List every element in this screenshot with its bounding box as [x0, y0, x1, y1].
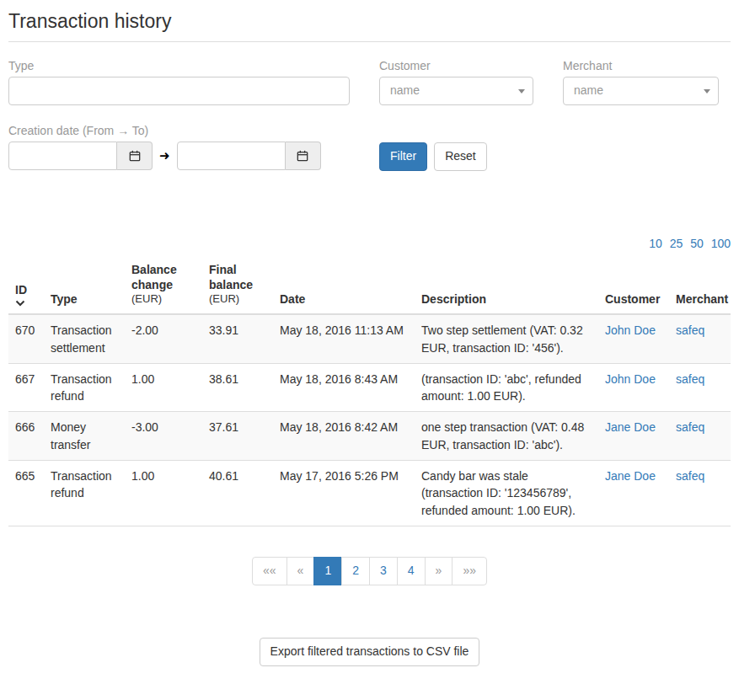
pagination-page-2[interactable]: 2 [342, 557, 370, 585]
cell-customer: Jane Doe [598, 412, 669, 461]
cell-id: 667 [8, 363, 44, 412]
pagination-page-3-link[interactable]: 3 [369, 557, 398, 585]
cell-date: May 18, 2016 8:42 AM [273, 412, 415, 461]
cell-customer: Jane Doe [598, 461, 669, 526]
date-to-group [177, 142, 321, 170]
cell-customer: John Doe [598, 363, 669, 412]
pagination-last-link[interactable]: »» [452, 557, 487, 585]
pagination-page-1[interactable]: 1 [314, 557, 342, 585]
pagination-last[interactable]: »» [453, 557, 487, 585]
column-header-merchant: Merchant [669, 255, 731, 314]
sort-desc-icon [15, 300, 25, 307]
customer-select[interactable]: name [379, 77, 533, 105]
page-size-option-100[interactable]: 100 [711, 237, 731, 250]
cell-type: Transaction settlement [44, 314, 125, 363]
pagination-page-4-link[interactable]: 4 [397, 557, 426, 585]
pagination-prev-link[interactable]: « [286, 557, 315, 585]
customer-filter-group: Customer name [379, 59, 533, 105]
column-label-balance-change: Balance change [131, 262, 195, 292]
cell-description: Two step settlement (VAT: 0.32 EUR, tran… [415, 314, 598, 363]
column-header-final-balance: Final balance (EUR) [202, 255, 273, 314]
page-size-option-25[interactable]: 25 [670, 237, 683, 250]
cell-balance-change: -3.00 [125, 412, 202, 461]
cell-final-balance: 38.61 [202, 363, 273, 412]
date-from-group [8, 142, 153, 170]
pagination-page-4[interactable]: 4 [398, 557, 426, 585]
cell-type: Money transfer [44, 412, 125, 461]
pagination-next[interactable]: » [426, 557, 453, 585]
export-csv-button[interactable]: Export filtered transactions to CSV file [260, 638, 480, 666]
page-title: Transaction history [8, 10, 731, 33]
page-size-option-10[interactable]: 10 [649, 237, 662, 250]
merchant-label: Merchant [563, 59, 719, 72]
cell-balance-change: 1.00 [125, 461, 202, 526]
table-row: 667 Transaction refund 1.00 38.61 May 18… [8, 363, 731, 412]
column-header-id[interactable]: ID [8, 255, 44, 314]
cell-merchant: safeq [669, 363, 731, 412]
customer-link[interactable]: Jane Doe [605, 420, 656, 434]
merchant-link[interactable]: safeq [676, 372, 704, 386]
page-size-links: 10 25 50 100 [8, 237, 731, 250]
pagination-page-2-link[interactable]: 2 [341, 557, 370, 585]
cell-customer: John Doe [598, 314, 669, 363]
filter-row-1: Type Customer name Merchant name [8, 59, 731, 105]
export-section: Export filtered transactions to CSV file [8, 638, 731, 666]
page-container: Transaction history Type Customer name M… [0, 0, 739, 666]
column-header-description: Description [415, 255, 598, 314]
table-row: 670 Transaction settlement -2.00 33.91 M… [8, 314, 731, 363]
date-from-input[interactable] [8, 142, 117, 170]
date-to-input[interactable] [177, 142, 286, 170]
pagination-next-link[interactable]: » [425, 557, 453, 585]
merchant-select[interactable]: name [563, 77, 719, 105]
pagination-page-1-link[interactable]: 1 [313, 557, 342, 585]
cell-date: May 17, 2016 5:26 PM [273, 461, 415, 526]
pagination-first[interactable]: «« [252, 557, 287, 585]
filter-row-2: Creation date (From → To) ➜ [8, 124, 731, 171]
column-label-merchant: Merchant [676, 292, 728, 306]
cell-description: Candy bar was stale (transaction ID: '12… [415, 461, 598, 526]
merchant-link[interactable]: safeq [676, 469, 704, 483]
cell-type: Transaction refund [44, 363, 125, 412]
customer-link[interactable]: John Doe [605, 372, 656, 386]
column-unit-balance-change: (EUR) [131, 292, 195, 307]
merchant-filter-group: Merchant name [563, 59, 719, 105]
customer-label: Customer [379, 59, 533, 72]
column-label-customer: Customer [605, 292, 660, 306]
date-to-calendar-button[interactable] [286, 142, 321, 170]
calendar-icon [129, 150, 141, 162]
merchant-link[interactable]: safeq [676, 323, 704, 337]
column-header-date: Date [273, 255, 415, 314]
type-label: Type [8, 59, 350, 72]
pagination-prev[interactable]: « [287, 557, 315, 585]
creation-date-filter-group: Creation date (From → To) ➜ [8, 124, 350, 171]
column-unit-final-balance: (EUR) [209, 292, 266, 307]
pagination-first-link[interactable]: «« [252, 557, 287, 585]
filter-actions: Filter Reset [379, 124, 487, 171]
type-input[interactable] [8, 77, 350, 105]
transactions-table: ID Type Balance change (EUR) Final balan… [8, 255, 731, 526]
cell-final-balance: 33.91 [202, 314, 273, 363]
cell-id: 670 [8, 314, 44, 363]
merchant-link[interactable]: safeq [676, 420, 704, 434]
creation-date-label: Creation date (From → To) [8, 124, 350, 137]
reset-button[interactable]: Reset [434, 142, 487, 171]
cell-type: Transaction refund [44, 461, 125, 526]
date-from-calendar-button[interactable] [117, 142, 153, 170]
pagination-page-3[interactable]: 3 [370, 557, 398, 585]
merchant-select-wrap: name [563, 77, 719, 105]
cell-id: 666 [8, 412, 44, 461]
cell-final-balance: 37.61 [202, 412, 273, 461]
table-row: 665 Transaction refund 1.00 40.61 May 17… [8, 461, 731, 526]
customer-link[interactable]: Jane Doe [605, 469, 656, 483]
filter-button[interactable]: Filter [379, 142, 427, 171]
column-label-type: Type [51, 292, 78, 306]
customer-link[interactable]: John Doe [605, 323, 656, 337]
column-label-id: ID [15, 283, 27, 297]
cell-description: one step transaction (VAT: 0.48 EUR, tra… [415, 412, 598, 461]
cell-description: (transaction ID: 'abc', refunded amount:… [415, 363, 598, 412]
cell-id: 665 [8, 461, 44, 526]
page-size-option-50[interactable]: 50 [690, 237, 704, 250]
column-label-description: Description [421, 292, 486, 306]
customer-select-wrap: name [379, 77, 533, 105]
cell-final-balance: 40.61 [202, 461, 273, 526]
